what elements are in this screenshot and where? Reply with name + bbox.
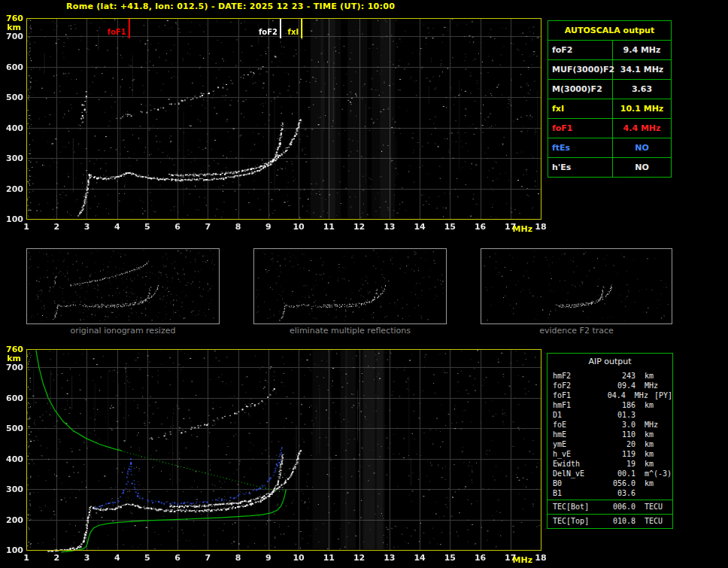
param-value: 09.4 <box>605 381 635 390</box>
param-value: 3.63 <box>613 80 671 99</box>
param-value: 19 <box>605 459 635 469</box>
param-value: 006.0 <box>605 501 635 512</box>
param-label: TEC[Top] <box>548 515 605 527</box>
param-value: 243 <box>605 371 635 381</box>
bottom-ionogram-canvas <box>0 345 548 568</box>
thumbnail-caption: eliminate multiple reflections <box>253 326 447 336</box>
autoscala-screen: Rome (lat: +41.8, lon: 012.5) - DATE: 20… <box>0 0 728 568</box>
thumbnail-caption: original ionogram resized <box>26 326 220 336</box>
table-row: h'Es NO <box>548 158 671 177</box>
table-row: hmF1 186 km <box>548 400 672 410</box>
autoscala-panel-title: AUTOSCALA output <box>548 21 671 41</box>
thumbnail-f2-trace-canvas <box>481 249 670 322</box>
table-row: fxI 10.1 MHz <box>548 99 671 119</box>
param-unit: km <box>635 371 654 381</box>
param-value: NO <box>613 138 671 157</box>
param-label: Ewidth <box>548 459 605 469</box>
param-label: ftEs <box>548 138 613 157</box>
table-row: h_vE 119 km <box>548 449 672 459</box>
param-unit <box>635 488 645 498</box>
table-row: B1 03.6 <box>548 488 672 498</box>
table-row: foE 3.0 MHz <box>548 420 672 430</box>
table-row: foF2 09.4 MHz <box>548 381 672 390</box>
tec-bottom-row: TEC[Bot] 006.0 TECU <box>548 500 672 512</box>
aip-panel-title: AIP output <box>548 357 672 366</box>
param-unit: km <box>635 449 654 459</box>
tec-top-row: TEC[Top] 010.8 TECU <box>548 514 672 527</box>
table-row: hmE 110 km <box>548 430 672 439</box>
param-value: 119 <box>605 449 635 459</box>
table-row: M(3000)F2 3.63 <box>548 80 671 99</box>
param-label: hmF2 <box>548 371 605 381</box>
thumbnail-original-ionogram-canvas <box>27 249 217 322</box>
param-label: hmF1 <box>548 400 605 410</box>
param-value: 00.1 <box>605 469 635 478</box>
table-row: B0 056.0 km <box>548 478 672 488</box>
param-label: B0 <box>548 478 605 488</box>
table-row: hmF2 243 km <box>548 371 672 381</box>
param-value: 110 <box>605 430 635 439</box>
autoscala-output-panel: AUTOSCALA output foF2 9.4 MHz MUF(3000)F… <box>548 20 672 178</box>
param-label: h_vE <box>548 449 605 459</box>
param-label: TEC[Bot] <box>548 501 605 512</box>
param-unit: km <box>635 430 654 439</box>
param-value: 9.4 MHz <box>613 41 671 59</box>
param-label: foE <box>548 420 605 430</box>
param-unit: km <box>635 478 654 488</box>
top-ionogram-canvas <box>0 14 548 248</box>
thumbnail-f2-trace <box>481 248 672 324</box>
table-row: foF1 4.4 MHz <box>548 119 671 138</box>
param-label: D1 <box>548 410 605 420</box>
table-row: DelN_vE 00.1 m^(-3) <box>548 469 672 478</box>
table-row: ymE 20 km <box>548 439 672 449</box>
param-unit <box>635 410 645 420</box>
param-unit: km <box>635 439 654 449</box>
param-unit: MHz <box>635 381 658 390</box>
param-value: 03.6 <box>605 488 635 498</box>
param-unit: TECU <box>635 515 663 527</box>
table-row: Ewidth 19 km <box>548 459 672 469</box>
param-label: MUF(3000)F2 <box>548 60 613 79</box>
table-row: foF2 9.4 MHz <box>548 41 671 60</box>
param-label: foF1 <box>548 119 613 138</box>
table-row: D1 01.3 <box>548 410 672 420</box>
param-value: NO <box>613 158 671 177</box>
param-value: 4.4 MHz <box>613 119 671 138</box>
table-row: MUF(3000)F2 34.1 MHz <box>548 60 671 80</box>
thumbnail-multiple-reflections-removed <box>253 248 447 324</box>
param-value: 20 <box>605 439 635 449</box>
param-value: 186 <box>605 400 635 410</box>
param-label: ymE <box>548 439 605 449</box>
param-value: 3.0 <box>605 420 635 430</box>
aip-output-panel: AIP output hmF2 243 km foF2 09.4 MHz foF… <box>547 353 673 529</box>
station-title: Rome (lat: +41.8, lon: 012.5) - DATE: 20… <box>66 2 395 11</box>
param-unit: MHz <box>626 390 648 400</box>
table-row: foF1 04.4 MHz [PY] <box>548 390 672 400</box>
param-value: 10.1 MHz <box>613 99 671 118</box>
param-label: foF2 <box>548 41 613 59</box>
param-label: h'Es <box>548 158 613 177</box>
param-label: foF2 <box>548 381 605 390</box>
param-unit: km <box>635 459 654 469</box>
param-label: M(3000)F2 <box>548 80 613 99</box>
param-flag: [PY] <box>648 390 672 400</box>
param-value: 34.1 MHz <box>613 60 671 79</box>
param-value: 056.0 <box>605 478 635 488</box>
param-label: DelN_vE <box>548 469 605 478</box>
param-label: fxI <box>548 99 613 118</box>
param-unit: km <box>635 400 654 410</box>
param-label: foF1 <box>548 390 599 400</box>
thumbnail-multiple-reflections-canvas <box>254 249 444 322</box>
param-value: 01.3 <box>605 410 635 420</box>
param-label: B1 <box>548 488 605 498</box>
param-label: hmE <box>548 430 605 439</box>
param-unit: MHz <box>635 420 658 430</box>
thumbnail-caption: evidence F2 trace <box>481 326 672 336</box>
param-unit: TECU <box>635 501 663 512</box>
table-row: ftEs NO <box>548 138 671 158</box>
param-value: 04.4 <box>599 390 626 400</box>
thumbnail-original-ionogram <box>26 248 220 324</box>
param-unit: m^(-3) <box>635 469 672 478</box>
param-value: 010.8 <box>605 515 635 527</box>
